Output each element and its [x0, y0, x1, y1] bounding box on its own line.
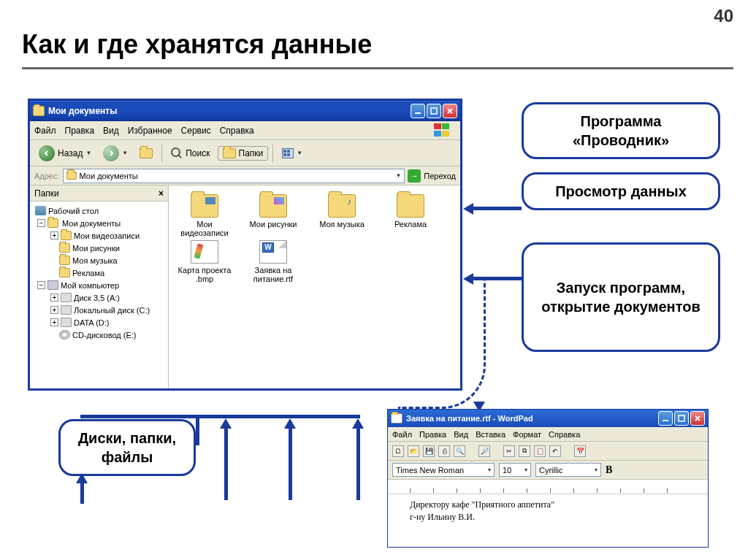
paste-icon[interactable]: 📋 [534, 445, 546, 457]
titlebar[interactable]: Мои документы [30, 101, 460, 121]
font-combo[interactable]: Times New Roman▾ [392, 463, 495, 477]
menu-insert[interactable]: Вставка [476, 430, 505, 439]
tree-mypc[interactable]: −Мой компьютер [31, 279, 167, 291]
computer-icon [47, 280, 58, 290]
separator [161, 145, 162, 162]
print-icon[interactable]: ⎙ [438, 445, 450, 457]
tree-localc[interactable]: +Локальный диск (C:) [31, 304, 167, 316]
tree-pics[interactable]: Мои рисунки [31, 242, 167, 254]
tree-floppy[interactable]: +Диск 3,5 (A:) [31, 291, 167, 304]
cd-icon [59, 330, 70, 340]
address-field[interactable]: Мои документы ▼ [63, 169, 405, 183]
content-pane[interactable]: Мои видеозаписи Мои рисунки Моя музыка Р… [169, 185, 460, 388]
address-value: Мои документы [80, 172, 138, 180]
menu-file[interactable]: Файл [34, 126, 56, 136]
minimize-button[interactable] [658, 411, 673, 426]
menu-tools[interactable]: Сервис [181, 126, 211, 136]
ruler[interactable] [388, 480, 708, 494]
new-icon[interactable]: 🗋 [392, 445, 404, 457]
desktop-icon [35, 206, 46, 215]
forward-button[interactable]: ▼ [99, 144, 132, 163]
window-title: Мои документы [48, 106, 117, 116]
svg-rect-1 [431, 108, 437, 114]
connector-line [196, 415, 199, 445]
connector-line [80, 415, 360, 418]
collapse-icon[interactable]: − [37, 281, 45, 289]
menu-edit[interactable]: Правка [65, 126, 95, 136]
menu-help[interactable]: Справка [220, 126, 254, 136]
close-button[interactable] [443, 104, 457, 118]
body-line: г-ну Ильину В.И. [410, 511, 686, 523]
go-button[interactable]: → Переход [408, 169, 456, 183]
up-button[interactable] [135, 147, 157, 160]
maximize-button[interactable] [674, 411, 689, 426]
disk-icon [61, 305, 72, 315]
copy-icon[interactable]: ⧉ [519, 445, 530, 457]
tree-mydocs[interactable]: −Мои документы [31, 217, 167, 229]
item-video[interactable]: Мои видеозаписи [173, 194, 236, 237]
item-music[interactable]: Моя музыка [310, 194, 373, 237]
tree-desktop[interactable]: Рабочий стол [31, 204, 167, 217]
collapse-icon[interactable]: − [37, 219, 45, 227]
charset-combo[interactable]: Cyrillic▾ [535, 463, 601, 477]
view-mode-button[interactable]: ▼ [278, 147, 307, 160]
minimize-button[interactable] [411, 104, 425, 118]
find-icon[interactable]: 🔎 [478, 445, 490, 457]
tree-cdrom[interactable]: CD-дисковод (E:) [31, 329, 167, 341]
save-icon[interactable]: 💾 [423, 445, 435, 457]
addressbar: Адрес: Мои документы ▼ → Переход [30, 166, 460, 185]
up-folder-icon [140, 148, 153, 158]
go-arrow-icon: → [408, 169, 421, 183]
bold-button[interactable]: B [606, 464, 612, 476]
open-icon[interactable]: 📂 [408, 445, 419, 457]
item-bmp[interactable]: Карта проекта .bmp [173, 240, 236, 283]
callout-launch: Запуск программ, открытие документов [522, 242, 720, 352]
panel-close-button[interactable]: × [159, 188, 164, 199]
menu-view[interactable]: Вид [454, 430, 468, 439]
expand-icon[interactable]: + [50, 306, 58, 314]
item-pics[interactable]: Мои рисунки [242, 194, 305, 237]
folder-icon [397, 194, 424, 218]
menu-favorites[interactable]: Избранное [128, 126, 172, 136]
go-label: Переход [424, 172, 456, 180]
chevron-down-icon: ▼ [297, 150, 302, 156]
title-rule [22, 67, 733, 69]
expand-icon[interactable]: + [50, 294, 58, 302]
expand-icon[interactable]: + [50, 231, 58, 239]
chevron-down-icon[interactable]: ▼ [395, 172, 401, 179]
folder-icon [59, 256, 70, 265]
maximize-button[interactable] [427, 104, 441, 118]
search-button[interactable]: Поиск [167, 146, 214, 161]
wordpad-icon [391, 413, 402, 423]
undo-icon[interactable]: ↶ [549, 445, 561, 457]
toolbar: Назад ▼ ▼ Поиск Папки ▼ [30, 140, 460, 166]
tree-datad[interactable]: +DATA (D:) [31, 316, 167, 329]
wordpad-titlebar[interactable]: Заявка на питание.rtf - WordPad [388, 410, 708, 427]
expand-icon[interactable]: + [50, 318, 58, 326]
close-button[interactable] [690, 411, 705, 426]
svg-rect-0 [415, 112, 421, 114]
menu-format[interactable]: Формат [513, 430, 541, 439]
tree-video[interactable]: +Мои видеозаписи [31, 229, 167, 242]
folders-button[interactable]: Папки [218, 146, 269, 161]
tree-reklama[interactable]: Реклама [31, 266, 167, 279]
cut-icon[interactable]: ✂ [503, 445, 515, 457]
callout-view: Просмотр данных [522, 172, 720, 210]
datetime-icon[interactable]: 📅 [574, 445, 586, 457]
folders-label: Папки [239, 148, 264, 158]
menu-file[interactable]: Файл [392, 430, 412, 439]
wordpad-toolbar: 🗋 📂 💾 ⎙ 🔍 🔎 ✂ ⧉ 📋 ↶ 📅 [388, 442, 708, 461]
search-label: Поиск [186, 148, 210, 158]
back-button[interactable]: Назад ▼ [34, 144, 96, 163]
item-rtf[interactable]: Заявка на питание.rtf [242, 240, 305, 283]
preview-icon[interactable]: 🔍 [454, 445, 465, 457]
document-body[interactable]: Директору кафе "Приятного аппетита" г-ну… [388, 494, 708, 528]
folder-icon [66, 172, 77, 180]
menu-edit[interactable]: Правка [419, 430, 446, 439]
size-combo[interactable]: 10▾ [499, 463, 531, 477]
menu-help[interactable]: Справка [549, 430, 580, 439]
tree-music[interactable]: Моя музыка [31, 254, 167, 266]
menu-view[interactable]: Вид [103, 126, 119, 136]
item-reklama[interactable]: Реклама [379, 194, 442, 237]
address-label: Адрес: [34, 172, 60, 180]
